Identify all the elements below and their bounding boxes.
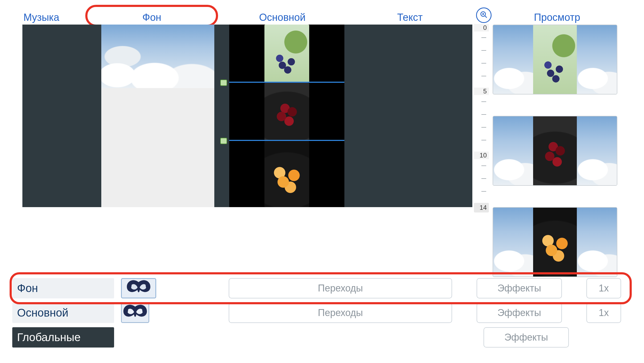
preview-thumb-oranges <box>533 208 577 277</box>
clip-handle-2[interactable] <box>220 138 227 144</box>
butterfly-icon <box>122 304 148 322</box>
preview-frame-1[interactable] <box>493 25 617 94</box>
svg-line-1 <box>485 16 487 18</box>
clip-thumbnail-grapes <box>264 25 309 83</box>
svg-point-4 <box>137 284 140 292</box>
background-clip-clouds[interactable] <box>101 25 214 88</box>
svg-point-5 <box>134 308 136 317</box>
layer-controls: Фон Переходы Эффекты 1x Основной <box>12 276 621 350</box>
timeline-ruler: 0 5 10 14 <box>472 25 489 207</box>
layer-style-button-main[interactable] <box>121 303 149 323</box>
layer-row-global: Глобальные Эффекты <box>12 325 621 350</box>
effects-button-background[interactable]: Эффекты <box>477 278 562 298</box>
transitions-button-background[interactable]: Переходы <box>229 278 452 298</box>
main-clip-1[interactable] <box>229 25 344 83</box>
ruler-mark-end: 14 <box>474 203 489 212</box>
speed-button-main[interactable]: 1x <box>586 303 621 323</box>
layer-style-button-background[interactable] <box>121 278 156 298</box>
main-clip-2[interactable] <box>229 83 344 141</box>
preview-column <box>493 25 617 298</box>
zoom-button[interactable] <box>476 7 492 23</box>
layer-label-global[interactable]: Глобальные <box>12 327 114 348</box>
butterfly-icon <box>125 279 152 297</box>
timeline[interactable] <box>22 25 472 207</box>
tab-bar: Музыка Фон Основной Текст Просмотр <box>0 0 644 25</box>
app-root: Музыка Фон Основной Текст Просмотр <box>0 0 644 25</box>
layer-row-main: Основной Переходы Эффекты 1x <box>12 301 621 325</box>
clip-thumbnail-oranges <box>264 141 309 207</box>
effects-button-global[interactable]: Эффекты <box>484 327 569 348</box>
speed-button-background[interactable]: 1x <box>586 278 621 298</box>
timeline-empty-right <box>344 25 472 207</box>
preview-thumb-grapes <box>533 25 577 94</box>
layer-label-background[interactable]: Фон <box>12 278 114 298</box>
clip-thumbnail-cherries <box>264 83 309 141</box>
preview-frame-2[interactable] <box>493 116 617 186</box>
background-track-empty <box>101 88 214 207</box>
timeline-empty-left <box>22 25 101 207</box>
main-clip-3[interactable] <box>229 141 344 207</box>
timeline-gap-1 <box>214 25 229 207</box>
magnifier-plus-icon <box>480 11 488 20</box>
layer-row-background: Фон Переходы Эффекты 1x <box>12 276 621 301</box>
tab-preview[interactable]: Просмотр <box>534 12 580 23</box>
preview-thumb-cherries <box>533 116 577 185</box>
clip-handle-1[interactable] <box>220 80 227 86</box>
ruler-mark-5: 5 <box>474 88 489 95</box>
tab-music[interactable]: Музыка <box>23 12 59 23</box>
timeline-background-track[interactable] <box>101 25 214 207</box>
tab-text[interactable]: Текст <box>397 12 423 23</box>
transitions-button-main[interactable]: Переходы <box>229 303 452 323</box>
ruler-mark-10: 10 <box>474 152 489 159</box>
effects-button-main[interactable]: Эффекты <box>477 303 562 323</box>
tab-background[interactable]: Фон <box>142 12 161 23</box>
timeline-main-track[interactable] <box>229 25 344 207</box>
preview-frame-3[interactable] <box>493 207 617 277</box>
layer-label-main[interactable]: Основной <box>12 303 114 323</box>
ruler-mark-0: 0 <box>474 24 489 31</box>
tab-main[interactable]: Основной <box>259 12 305 23</box>
